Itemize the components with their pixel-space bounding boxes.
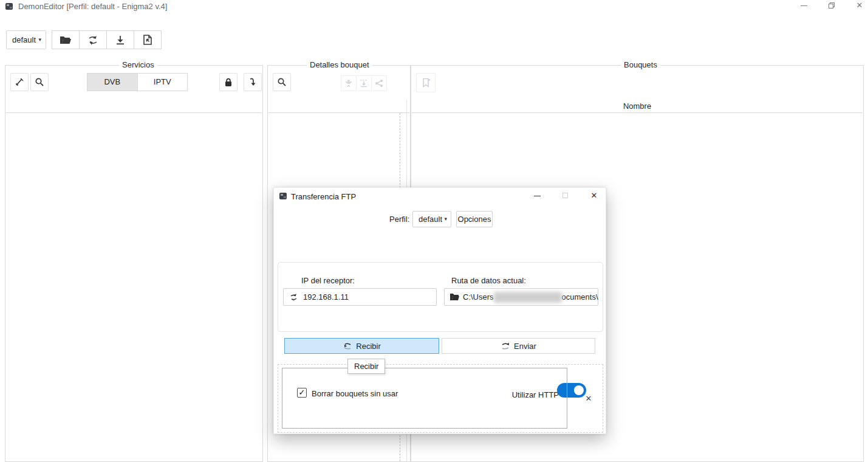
receive-button[interactable]: Recibir [284, 338, 439, 354]
new-bouquet-button[interactable] [416, 73, 436, 92]
clear-log-button[interactable]: ✕ [583, 394, 594, 403]
search-icon [35, 77, 44, 87]
import-button[interactable] [134, 30, 162, 49]
details-search-button[interactable] [273, 73, 291, 91]
dvb-toggle[interactable]: DVB [87, 73, 138, 91]
arrow-right-icon [501, 342, 510, 350]
receive-tooltip: Recibir [347, 359, 385, 374]
ip-label: IP del receptor: [301, 276, 355, 285]
app-icon [5, 2, 14, 11]
minimize-button[interactable] [793, 0, 814, 12]
dialog-profile-combobox[interactable]: default ▾ [412, 211, 451, 227]
edit-off-button[interactable] [10, 73, 29, 91]
share-icon [375, 79, 383, 88]
folder-icon [449, 293, 459, 301]
collapse-lines-icon [344, 79, 353, 88]
share-button[interactable] [371, 75, 387, 91]
options-button[interactable]: Opciones [456, 211, 493, 227]
bookmark-plus-icon [422, 78, 431, 88]
file-import-icon [143, 35, 152, 45]
dialog-minimize-button[interactable] [525, 188, 548, 205]
titlebar: DemonEditor [Perfil: default - Enigma2 v… [0, 0, 868, 13]
services-panel: Servicios DVB IPTV [5, 65, 263, 462]
dialog-app-icon [279, 191, 288, 201]
download-button[interactable] [106, 30, 134, 49]
service-type-switch: DVB IPTV [87, 73, 188, 91]
receive-button-label: Recibir [356, 342, 380, 351]
dialog-close-button[interactable]: ✕ [583, 188, 606, 205]
app-window: DemonEditor [Perfil: default - Enigma2 v… [0, 0, 868, 462]
transfer-button[interactable] [79, 30, 107, 49]
arrow-curve-down-icon [248, 77, 257, 87]
ftp-transfer-dialog: Transferencia FTP ✕ Perfil: default ▾ Op… [273, 187, 606, 434]
services-table [6, 113, 262, 461]
services-search-button[interactable] [30, 73, 49, 91]
restore-icon [829, 2, 835, 9]
folder-open-icon [60, 35, 72, 45]
dialog-profile-value: default [419, 215, 442, 224]
close-button[interactable]: ✕ [849, 0, 868, 12]
dialog-title: Transferencia FTP [291, 192, 356, 201]
transfer-log[interactable] [282, 368, 567, 429]
services-panel-title: Servicios [119, 60, 157, 69]
path-label: Ruta de datos actual: [451, 276, 526, 285]
profile-combobox-value: default [12, 35, 36, 44]
bouquets-panel-title: Bouquets [621, 60, 660, 69]
path-redacted-segment [494, 292, 562, 303]
lock-icon [224, 78, 233, 87]
download-dotted-icon [360, 79, 368, 88]
window-title: DemonEditor [Perfil: default - Enigma2 v… [18, 2, 167, 11]
path-prefix: C:\Users [463, 292, 494, 302]
main-toolbar [52, 30, 162, 49]
send-button[interactable]: Enviar [442, 338, 595, 354]
edit-off-icon [15, 77, 24, 87]
import-bouquet-button[interactable] [356, 75, 372, 91]
chevron-down-icon: ▾ [38, 31, 41, 49]
iptv-toggle[interactable]: IPTV [137, 73, 188, 91]
profile-combobox[interactable]: default ▾ [6, 30, 46, 49]
services-table-header [6, 100, 262, 113]
details-actions [341, 75, 387, 91]
lock-button[interactable] [219, 73, 238, 91]
details-table-header [268, 100, 409, 113]
bouquet-details-title: Detalles bouquet [307, 60, 372, 69]
ip-value: 192.168.1.11 [303, 292, 349, 302]
path-suffix: ocuments\ [562, 292, 598, 302]
minimize-icon [534, 196, 541, 196]
insert-marker-button[interactable] [341, 75, 357, 91]
maximize-icon [562, 193, 568, 198]
swap-arrows-icon [87, 35, 99, 45]
restore-button[interactable] [821, 0, 842, 12]
bouquets-table-header: Nombre [412, 100, 863, 113]
chevron-down-icon: ▾ [444, 212, 447, 227]
search-icon [277, 77, 287, 87]
data-path-input[interactable]: C:\Users ocuments\ [444, 288, 598, 306]
sync-button[interactable] [244, 73, 262, 91]
download-icon [115, 35, 126, 45]
connection-groupbox: IP del receptor: Ruta de datos actual: 1… [278, 262, 603, 332]
minimize-icon [801, 5, 807, 6]
open-data-button[interactable] [52, 30, 80, 49]
column-nombre[interactable]: Nombre [412, 100, 863, 112]
menu-bar [0, 13, 868, 26]
log-frame: ✕ [278, 364, 603, 433]
send-button-label: Enviar [514, 342, 536, 351]
dialog-maximize-button[interactable] [553, 188, 576, 205]
profile-label: Perfil: [389, 215, 409, 224]
arrow-left-icon [343, 342, 352, 350]
ip-input[interactable]: 192.168.1.11 [283, 288, 437, 306]
swap-arrows-icon [289, 294, 298, 301]
